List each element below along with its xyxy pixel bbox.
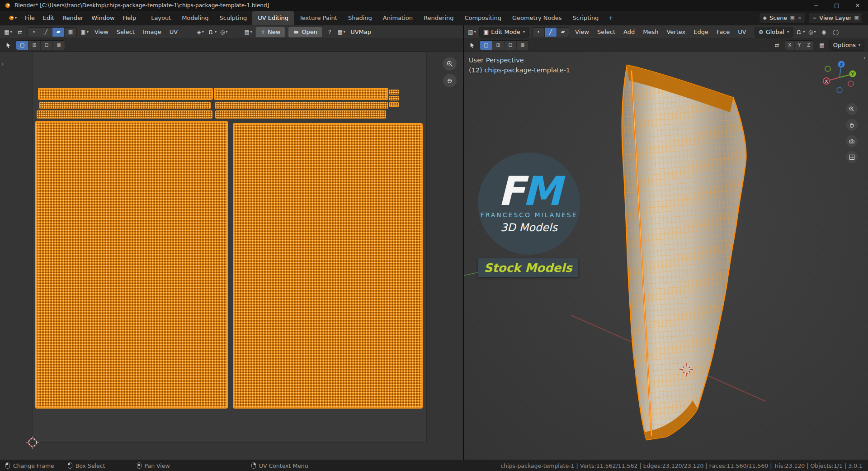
vp-menu-uv[interactable]: UV	[734, 27, 750, 37]
tab-scripting[interactable]: Scripting	[567, 11, 604, 25]
menu-file[interactable]: File	[21, 11, 39, 25]
orthographic-toggle-button[interactable]	[846, 151, 858, 163]
tab-modeling[interactable]: Modeling	[176, 11, 214, 25]
uv-menu-view[interactable]: View	[91, 27, 112, 37]
uv-select-face-button[interactable]: ▰	[52, 28, 65, 37]
uv-island-small[interactable]	[389, 90, 399, 94]
uv-island[interactable]	[37, 111, 212, 118]
active-tool-button[interactable]	[3, 41, 14, 50]
scene-selector[interactable]: ◆ Scene ▣ ×	[759, 13, 805, 24]
uv-sync-selection-toggle[interactable]: ⇄	[14, 28, 25, 37]
uv-canvas[interactable]: ›	[0, 52, 463, 460]
mirror-y-button[interactable]: Y	[795, 41, 804, 50]
editor-type-button[interactable]: ▦ ▾	[3, 28, 14, 37]
select-subtract-button[interactable]: ⊟	[505, 41, 517, 50]
tab-sculpting[interactable]: Sculpting	[214, 11, 253, 25]
uv-island-front-panel[interactable]	[36, 122, 227, 408]
close-button[interactable]: ×	[847, 0, 868, 11]
uv-island[interactable]	[216, 102, 387, 109]
snap-toggle[interactable]: ▾	[207, 28, 217, 37]
uv-island-small[interactable]	[389, 96, 399, 100]
menu-edit[interactable]: Edit	[39, 11, 58, 25]
face-select-button[interactable]: ▰	[557, 28, 569, 37]
uv-select-vertex-button[interactable]: •	[28, 28, 40, 37]
vp-menu-face[interactable]: Face	[713, 27, 733, 37]
shading-sphere-icon[interactable]: ◉	[818, 28, 829, 37]
uv-island[interactable]	[40, 102, 210, 109]
snap-toggle[interactable]: ▾	[795, 28, 806, 37]
uv-map-selector[interactable]: ▦ ▾	[336, 28, 347, 37]
new-view-layer-icon[interactable]: ▣	[854, 15, 859, 21]
pivot-point-dropdown[interactable]: ◈ ▾	[195, 28, 206, 37]
gizmo-neg-x-axis[interactable]	[848, 81, 854, 86]
pan-tool-button[interactable]	[443, 74, 457, 87]
mirror-z-button[interactable]: Z	[804, 41, 814, 50]
chips-package-mesh[interactable]	[622, 65, 746, 440]
uv-menu-image[interactable]: Image	[139, 27, 165, 37]
uv-select-edge-button[interactable]: ╱	[40, 28, 52, 37]
mode-dropdown[interactable]: ▣ Edit Mode ▾	[479, 27, 529, 38]
uv-island-back-panel[interactable]	[234, 124, 422, 408]
edge-select-button[interactable]: ╱	[545, 28, 557, 37]
proportional-editing-dropdown[interactable]: ◎ ▾	[218, 28, 229, 37]
select-subtract-button[interactable]: ⊟	[41, 41, 53, 50]
gizmo-neg-z-axis[interactable]	[837, 87, 842, 93]
tab-shading[interactable]: Shading	[343, 11, 377, 25]
open-image-button[interactable]: Open	[288, 27, 322, 38]
sidebar-expand-icon[interactable]: ‹	[863, 54, 866, 61]
tab-geometry-nodes[interactable]: Geometry Nodes	[507, 11, 567, 25]
vp-menu-view[interactable]: View	[571, 27, 593, 37]
tab-compositing[interactable]: Compositing	[459, 11, 507, 25]
menu-render[interactable]: Render	[58, 11, 87, 25]
select-set-button[interactable]: ▢	[480, 41, 492, 50]
viewport-pan-button[interactable]	[846, 119, 858, 131]
tool-options-dropdown[interactable]: Options ▾	[829, 40, 864, 51]
vp-menu-mesh[interactable]: Mesh	[639, 27, 662, 37]
vp-menu-edge[interactable]: Edge	[690, 27, 712, 37]
uv-island-small[interactable]	[389, 103, 399, 106]
view-layer-selector[interactable]: ≡ View Layer ▣	[809, 13, 863, 24]
select-extend-button[interactable]: ⊞	[28, 41, 41, 50]
active-tool-button[interactable]	[467, 41, 477, 50]
vp-menu-select[interactable]: Select	[594, 27, 619, 37]
vertex-select-button[interactable]: •	[533, 28, 545, 37]
tab-layout[interactable]: Layout	[146, 11, 176, 25]
overlays-icon[interactable]: ◯	[830, 28, 841, 37]
menu-help[interactable]: Help	[119, 11, 141, 25]
browse-image-dropdown[interactable]: ▤ ▾	[243, 28, 254, 37]
select-set-button[interactable]: ▢	[16, 41, 28, 50]
maximize-button[interactable]: □	[826, 0, 847, 11]
new-image-button[interactable]: + New	[255, 27, 285, 38]
proportional-editing-dropdown[interactable]: ◎ ▾	[807, 28, 817, 37]
uv-menu-uv[interactable]: UV	[166, 27, 181, 37]
menu-window[interactable]: Window	[87, 11, 118, 25]
add-workspace-button[interactable]: +	[604, 11, 617, 25]
tab-rendering[interactable]: Rendering	[418, 11, 459, 25]
pin-toggle[interactable]	[324, 28, 335, 37]
viewport-canvas[interactable]: User Perspective (12) chips-package-temp…	[464, 52, 868, 460]
editor-type-button[interactable]: ▧ ▾	[467, 28, 477, 37]
camera-view-button[interactable]	[846, 135, 858, 147]
uv-select-island-button[interactable]: ▦	[65, 28, 76, 37]
mirror-x-button[interactable]: X	[785, 41, 795, 50]
tab-uv-editing[interactable]: UV Editing	[252, 11, 294, 25]
transform-orientation-dropdown[interactable]: ⊕ Global ▾	[755, 27, 793, 38]
tab-animation[interactable]: Animation	[377, 11, 418, 25]
uv-menu-select[interactable]: Select	[113, 27, 138, 37]
blender-menu-button[interactable]: ▾	[4, 11, 21, 25]
snap-base-icon[interactable]: ▦	[816, 41, 827, 50]
unlink-scene-icon[interactable]: ×	[797, 15, 802, 21]
navigation-gizmo[interactable]: Z Y X	[821, 58, 859, 96]
uv-island[interactable]	[39, 89, 212, 99]
new-scene-icon[interactable]: ▣	[790, 15, 795, 21]
vp-menu-vertex[interactable]: Vertex	[663, 27, 689, 37]
vp-menu-add[interactable]: Add	[620, 27, 638, 37]
toolbar-expand-icon[interactable]: ›	[1, 61, 4, 67]
minimize-button[interactable]: ─	[806, 0, 826, 11]
tab-texture-paint[interactable]: Texture Paint	[294, 11, 343, 25]
sticky-selection-dropdown[interactable]: ▣ ▾	[79, 28, 90, 37]
uv-island[interactable]	[215, 89, 387, 99]
zoom-tool-button[interactable]	[443, 57, 457, 71]
gizmo-neg-y-axis[interactable]	[825, 66, 830, 71]
select-intersect-button[interactable]: ⊠	[53, 41, 65, 50]
